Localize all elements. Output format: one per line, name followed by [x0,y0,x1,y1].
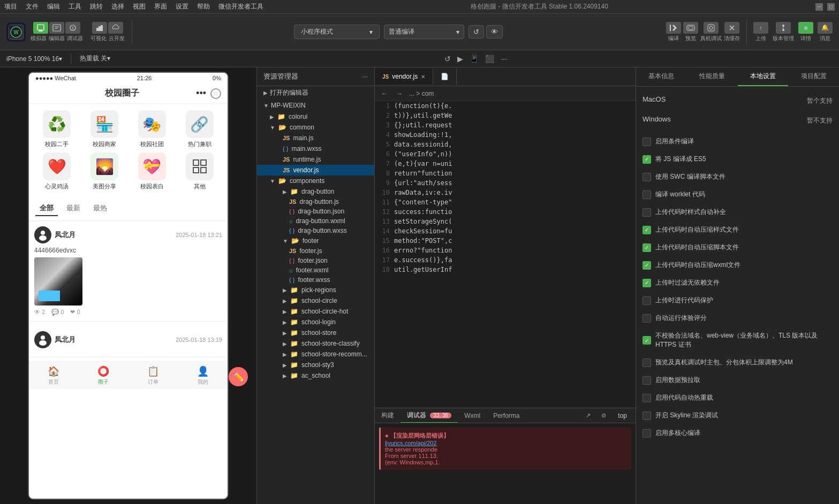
checkbox-14[interactable] [643,394,651,402]
detail-button[interactable]: ≡ [798,22,813,34]
stop-icon[interactable]: ⬛ [485,55,494,63]
message-button[interactable]: 🔔 [818,22,833,34]
folder-school-sty3[interactable]: ▶ 📁 school-sty3 [257,360,374,370]
menu-item-edit[interactable]: 编辑 [47,2,60,11]
checkbox-6[interactable] [643,243,651,252]
settings-tab-project[interactable]: 项目配置 [788,67,839,86]
checkbox-5[interactable] [643,226,651,234]
real-debug-button[interactable] [704,22,719,34]
grid-item-4[interactable]: ❤️ 心灵鸡汤 [35,152,79,190]
bottom-tab-debugger[interactable]: 调试器 33, 36 [400,409,458,423]
refresh-icon[interactable]: ↺ [444,55,451,63]
grid-item-7[interactable]: 其他 [178,152,221,190]
checkbox-16[interactable] [643,429,651,438]
menu-item-devtools[interactable]: 微信开发者工具 [218,2,263,11]
editor-button[interactable] [49,22,64,34]
menu-item-select[interactable]: 选择 [111,2,124,11]
simulator-button[interactable] [33,22,48,34]
file-footer-wxml[interactable]: ⌂footer.wxml [257,265,374,275]
checkbox-2[interactable] [643,173,651,181]
checkbox-11[interactable] [643,336,651,345]
grid-item-0[interactable]: ♻️ 校园二手 [35,110,79,148]
nav-back-button[interactable]: ← [379,89,390,98]
tab-file-icon[interactable]: 📄 [433,68,457,85]
folder-school-circle[interactable]: ▶ 📁 school-circle [257,295,374,306]
file-footer-json[interactable]: { }footer.json [257,256,374,265]
checkbox-13[interactable] [643,376,651,385]
menu-item-tools[interactable]: 工具 [69,2,81,11]
checkbox-15[interactable] [643,411,651,420]
reload-control[interactable]: 热重载 关▾ [80,54,110,63]
compile-icon[interactable] [666,22,681,34]
nav-home[interactable]: 🏠 首页 [29,362,79,389]
checkbox-4[interactable] [643,208,651,217]
folder-footer[interactable]: ▼ 📂 footer [257,235,374,246]
bottom-tool-block[interactable]: ⊘ [598,411,609,420]
checkbox-9[interactable] [643,296,651,305]
bottom-tab-wxml[interactable]: Wxml [458,410,487,422]
minimize-button[interactable]: ─ [815,3,823,11]
clear-button[interactable] [724,22,739,34]
grid-item-2[interactable]: 🎭 校园社团 [131,110,174,148]
preview-button[interactable] [683,22,698,34]
folder-ac-school[interactable]: ▶ 📁 ac_school [257,370,374,381]
maximize-button[interactable]: □ [827,3,835,11]
folder-school-login[interactable]: ▶ 📁 school-login [257,317,374,327]
refresh-button[interactable]: ↺ [468,25,484,39]
menu-item-project[interactable]: 项目 [4,2,17,11]
tab-vendor-js[interactable]: JS vendor.js ✕ [375,68,433,85]
grid-item-5[interactable]: 🌄 美图分享 [83,152,126,190]
file-drag-button-wxml[interactable]: ⌂drag-button.wxml [257,216,374,226]
device-selector[interactable]: iPhone 5 100% 16▾ [6,55,62,63]
open-editors-section[interactable]: ▶ 打开的编辑器 [257,86,374,100]
tab-latest[interactable]: 最新 [62,201,85,216]
settings-tab-local[interactable]: 本地设置 [738,67,789,86]
checkbox-7[interactable] [643,261,651,270]
settings-tab-perf[interactable]: 性能质量 [687,67,738,86]
folder-school-store-recomm[interactable]: ▶ 📁 school-store-recomm... [257,349,374,360]
checkbox-12[interactable] [643,358,651,367]
more-icon[interactable]: ··· [501,55,507,63]
checkbox-3[interactable] [643,190,651,199]
play-icon[interactable]: ▶ [457,55,463,63]
file-footer-wxss[interactable]: { }footer.wxss [257,275,374,285]
tab-close-button[interactable]: ✕ [421,74,425,80]
menu-item-interface[interactable]: 界面 [154,2,167,11]
folder-colorui[interactable]: ▶ 📁 colorui [257,111,374,122]
folder-common[interactable]: ▼ 📂 common [257,122,374,133]
nav-forward-button[interactable]: → [394,89,405,98]
bottom-tab-build[interactable]: 构建 [375,409,400,422]
menu-item-settings[interactable]: 设置 [176,2,188,11]
file-runtime-js[interactable]: JS runtime.js [257,154,374,165]
fab-button[interactable]: ✏️ [229,367,248,386]
bottom-tab-performa[interactable]: Performa [487,410,526,422]
visualize-button[interactable] [92,22,107,34]
folder-drag-button[interactable]: ▶ 📁 drag-button [257,186,374,197]
file-drag-button-js[interactable]: JSdrag-button.js [257,197,374,207]
more-dots-icon[interactable]: ••• [196,88,206,99]
file-main-wxss[interactable]: { } main.wxss [257,143,374,154]
nav-circle[interactable]: ⭕ 圈子 [79,362,129,389]
file-vendor-js[interactable]: JS vendor.js [257,165,374,175]
debugger-button[interactable] [65,22,80,34]
nav-mine[interactable]: 👤 我的 [178,362,228,389]
file-drag-button-json[interactable]: { }drag-button.json [257,207,374,216]
tab-all[interactable]: 全部 [35,201,58,216]
grid-item-1[interactable]: 🏪 校园商家 [83,110,126,148]
menu-item-file[interactable]: 文件 [26,2,39,11]
folder-school-store-classify[interactable]: ▶ 📁 school-store-classify [257,338,374,349]
more-button[interactable]: ··· [362,73,368,80]
menu-item-view[interactable]: 视图 [133,2,146,11]
record-icon[interactable]: ⊙ [210,88,221,99]
checkbox-0[interactable] [643,138,651,146]
bottom-tool-cursor[interactable]: ↗ [583,411,594,420]
compile-mode-select[interactable]: 普通编译 ▾ [384,25,464,39]
error-url[interactable]: liyuncs.com/api/202 [385,440,437,446]
grid-item-3[interactable]: 🔗 热门兼职 [178,110,221,148]
mode-select[interactable]: 小程序模式 ▾ [294,25,380,39]
version-button[interactable] [776,22,791,34]
upload-button[interactable]: ↑ [753,22,768,34]
settings-tab-basic[interactable]: 基本信息 [636,67,687,86]
menu-item-goto[interactable]: 跳转 [90,2,103,11]
code-content[interactable]: 1(function(t){e.2t))},util.getWe3{};util… [375,101,636,408]
